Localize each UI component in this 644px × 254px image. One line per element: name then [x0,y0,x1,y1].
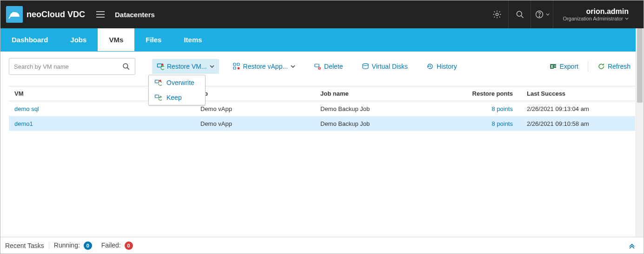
restore-vm-button[interactable]: Restore VM... [152,59,219,74]
svg-point-21 [159,80,161,82]
cell-restore-points[interactable]: 8 points [456,105,513,112]
svg-point-15 [363,64,368,65]
col-header-last-success[interactable]: Last Success [513,90,630,97]
cell-vapp: Demo vApp [200,120,320,127]
table-row[interactable]: demo sql Demo vApp Demo Backup Job 8 poi… [9,101,635,116]
svg-line-2 [521,16,524,18]
chevron-down-icon [625,17,629,20]
search-icon[interactable] [122,62,130,71]
disk-icon [362,63,369,70]
content-area: Restore VM... Restore vApp... Delete Vir… [0,52,644,131]
svg-point-8 [161,64,163,65]
col-header-vapp[interactable]: pp [200,90,320,97]
running-tasks[interactable]: Running: 0 [49,241,97,250]
refresh-button[interactable]: Refresh [593,59,635,74]
keep-icon [154,94,162,101]
recent-tasks-label[interactable]: Recent Tasks [5,242,49,249]
tab-items[interactable]: Items [173,28,213,51]
overwrite-icon [154,79,162,86]
settings-button[interactable] [486,0,508,28]
user-role: Organization Administrator [563,16,629,21]
refresh-icon [598,63,605,70]
help-button[interactable] [531,0,553,28]
delete-icon [314,63,321,70]
tab-dashboard[interactable]: Dashboard [0,28,59,51]
svg-rect-20 [155,80,159,83]
excel-icon [550,63,557,70]
svg-rect-9 [233,63,236,65]
tab-vms[interactable]: VMs [98,28,134,51]
delete-button[interactable]: Delete [309,59,347,74]
restore-vm-icon [157,63,164,70]
restore-vm-dropdown: Overwrite Keep [148,75,206,105]
failed-tasks[interactable]: Failed: 0 [97,241,138,250]
svg-rect-19 [554,67,556,68]
search-icon [515,10,524,19]
help-icon [535,10,544,19]
cell-vm[interactable]: demo sql [14,105,200,112]
svg-point-0 [496,13,498,15]
topbar-right: orion.admin Organization Administrator [486,0,638,28]
product-name: neoCloud VDC [27,10,85,20]
expand-tasks-button[interactable] [625,242,639,249]
user-name: orion.admin [586,7,629,16]
svg-rect-13 [315,64,319,67]
toolbar-divider [588,61,588,72]
cell-last-success: 2/26/2021 09:13:04 am [513,105,630,112]
svg-rect-22 [155,95,159,98]
svg-point-12 [237,67,239,70]
menu-icon[interactable] [96,11,105,18]
tab-jobs[interactable]: Jobs [59,28,98,51]
svg-point-1 [517,11,522,16]
product-logo[interactable]: neoCloud VDC [6,6,85,23]
cell-vapp: Demo vApp [200,105,320,112]
cell-restore-points[interactable]: 8 points [456,120,513,127]
grid-header: VM pp Job name Restore ponts Last Succes… [9,86,635,101]
chevron-down-icon [546,13,550,16]
virtual-disks-button[interactable]: Virtual Disks [357,59,413,74]
scrollbar[interactable] [636,28,644,237]
scrollbar-thumb[interactable] [637,28,643,103]
col-header-job[interactable]: Job name [320,90,456,97]
breadcrumb-datacenters[interactable]: Datacenters [115,11,155,19]
search-box[interactable] [9,58,135,75]
svg-rect-17 [554,64,556,65]
tab-files[interactable]: Files [134,28,173,51]
svg-rect-10 [237,63,239,65]
svg-rect-18 [554,65,556,66]
chevron-down-icon [291,65,295,68]
restore-vapp-button[interactable]: Restore vApp... [228,59,300,74]
restore-vapp-icon [233,63,240,70]
svg-point-4 [539,16,539,17]
search-button[interactable] [508,0,531,28]
cell-vm[interactable]: demo1 [14,120,200,127]
dropdown-overwrite[interactable]: Overwrite [149,75,205,90]
export-button[interactable]: Export [545,59,583,74]
history-button[interactable]: History [422,59,462,74]
cell-job: Demo Backup Job [320,105,456,112]
col-header-restore-points[interactable]: Restore ponts [456,90,513,97]
svg-point-5 [123,64,128,68]
search-input[interactable] [14,63,122,70]
user-menu[interactable]: orion.admin Organization Administrator [553,0,638,28]
tab-bar: Dashboard Jobs VMs Files Items [0,28,644,52]
footer-bar: Recent Tasks Running: 0 Failed: 0 [0,237,644,254]
chevron-down-icon [210,65,214,68]
gear-icon [492,10,502,19]
top-bar: neoCloud VDC Datacenters orion.admin Org… [0,0,644,28]
toolbar: Restore VM... Restore vApp... Delete Vir… [142,59,635,74]
chevron-double-up-icon [629,242,635,249]
table-row[interactable]: demo1 Demo vApp Demo Backup Job 8 points… [9,116,635,131]
running-count-badge: 0 [84,241,92,250]
action-row: Restore VM... Restore vApp... Delete Vir… [9,58,635,75]
cell-last-success: 2/26/2021 09:10:58 am [513,120,630,127]
logo-icon [6,6,23,23]
dropdown-keep[interactable]: Keep [149,90,205,105]
svg-rect-11 [233,67,236,69]
vm-grid: VM pp Job name Restore ponts Last Succes… [9,86,635,131]
cell-job: Demo Backup Job [320,120,456,127]
failed-count-badge: 0 [125,241,133,250]
svg-line-6 [127,68,129,70]
history-icon [426,63,434,70]
